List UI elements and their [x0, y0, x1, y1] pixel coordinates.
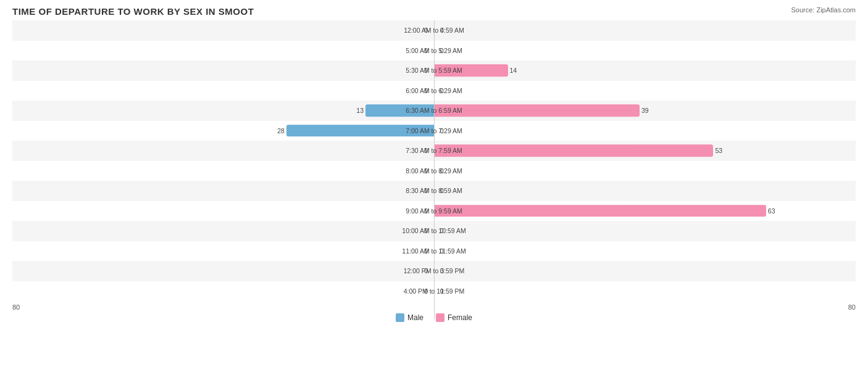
- male-value-zero: 0: [424, 47, 430, 54]
- male-value-zero: 0: [424, 167, 430, 175]
- female-value-zero: 0: [438, 27, 444, 34]
- female-value-zero: 0: [438, 267, 444, 274]
- female-value-zero: 0: [438, 187, 444, 194]
- right-section: 0: [434, 221, 856, 241]
- male-value-zero: 0: [424, 247, 430, 255]
- female-value-zero: 0: [438, 287, 444, 295]
- right-section: 0: [434, 121, 856, 141]
- source-label: Source: ZipAtlas.com: [791, 6, 856, 14]
- legend-female: Female: [436, 313, 472, 322]
- right-section: 14: [434, 60, 856, 81]
- left-section: 0: [12, 241, 434, 262]
- female-label: Female: [448, 313, 472, 322]
- female-value: 14: [508, 67, 517, 74]
- male-value-zero: 0: [424, 147, 430, 154]
- left-section: 28: [12, 121, 434, 141]
- male-value-zero: 0: [424, 267, 430, 274]
- axis-left-label: 80: [12, 303, 20, 311]
- female-swatch: [436, 313, 444, 322]
- female-bar: [434, 65, 508, 77]
- right-section: 0: [434, 261, 856, 281]
- male-bar: [365, 105, 434, 117]
- male-value: 28: [277, 127, 286, 134]
- male-value: 13: [356, 107, 365, 114]
- right-section: 0: [434, 41, 856, 61]
- right-section: 0: [434, 181, 856, 201]
- male-value-zero: 0: [424, 187, 430, 194]
- chart-title: TIME OF DEPARTURE TO WORK BY SEX IN SMOO…: [12, 6, 856, 17]
- left-section: 0: [12, 221, 434, 241]
- left-section: 0: [12, 181, 434, 201]
- female-bar: [434, 205, 766, 217]
- left-section: 0: [12, 161, 434, 181]
- right-section: 0: [434, 281, 856, 302]
- center-divider: [434, 20, 435, 320]
- legend-male: Male: [396, 313, 424, 322]
- male-value-zero: 0: [424, 227, 430, 234]
- left-section: 0: [12, 81, 434, 101]
- left-section: 0: [12, 41, 434, 61]
- female-bar: [434, 145, 713, 157]
- female-value-zero: 0: [438, 127, 444, 134]
- left-section: 13: [12, 101, 434, 121]
- right-section: 0: [434, 20, 856, 41]
- male-value-zero: 0: [424, 67, 430, 74]
- left-section: 0: [12, 261, 434, 281]
- left-section: 0: [12, 141, 434, 161]
- male-value-zero: 0: [424, 87, 430, 94]
- right-section: 63: [434, 201, 856, 221]
- left-section: 0: [12, 60, 434, 81]
- female-value-zero: 0: [438, 247, 444, 255]
- left-section: 0: [12, 20, 434, 41]
- male-label: Male: [407, 313, 424, 322]
- male-value-zero: 0: [424, 27, 430, 34]
- right-section: 0: [434, 161, 856, 181]
- right-section: 0: [434, 241, 856, 262]
- right-section: 39: [434, 101, 856, 121]
- female-value-zero: 0: [438, 47, 444, 54]
- male-bar: [286, 125, 434, 137]
- female-value: 53: [713, 147, 722, 154]
- left-section: 0: [12, 201, 434, 221]
- male-swatch: [396, 313, 404, 322]
- male-value-zero: 0: [424, 207, 430, 215]
- right-section: 53: [434, 141, 856, 161]
- female-bar: [434, 105, 640, 117]
- axis-right-label: 80: [848, 303, 856, 311]
- female-value: 63: [766, 207, 775, 215]
- chart-area: 012:00 AM to 4:59 AM005:00 AM to 5:29 AM…: [12, 20, 856, 320]
- chart-container: TIME OF DEPARTURE TO WORK BY SEX IN SMOO…: [0, 0, 868, 367]
- female-value: 39: [640, 107, 649, 114]
- female-value-zero: 0: [438, 227, 444, 234]
- right-section: 0: [434, 81, 856, 101]
- female-value-zero: 0: [438, 87, 444, 94]
- female-value-zero: 0: [438, 167, 444, 175]
- left-section: 0: [12, 281, 434, 302]
- male-value-zero: 0: [424, 287, 430, 295]
